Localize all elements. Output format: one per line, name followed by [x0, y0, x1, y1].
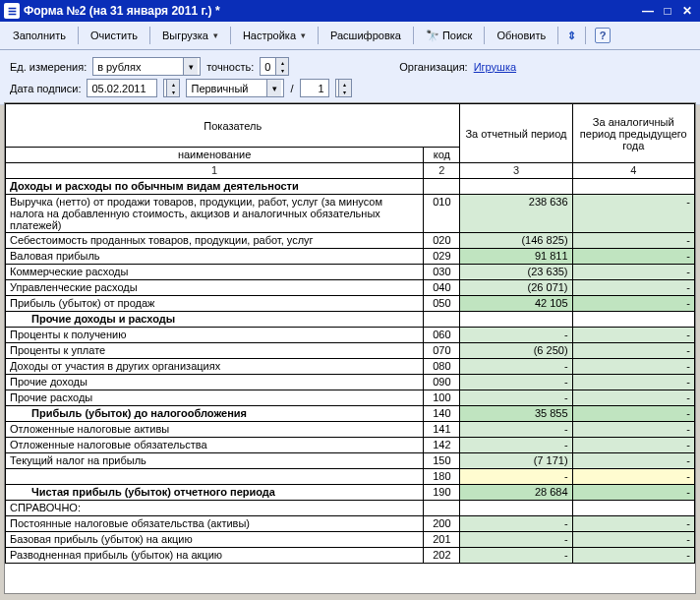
cell-value-current[interactable]: -	[460, 359, 572, 375]
precision-spinner[interactable]: 0	[260, 57, 289, 76]
cell-value-prev[interactable]: -	[572, 406, 694, 422]
cell-value-prev[interactable]: -	[572, 375, 694, 390]
table-row[interactable]: Доходы и расходы по обычным видам деятел…	[6, 179, 695, 195]
cell-value-current[interactable]: -	[460, 422, 572, 438]
cell-name: Доходы от участия в других организациях	[6, 359, 424, 375]
cell-value-prev[interactable]: -	[572, 265, 694, 280]
cell-value-prev[interactable]: -	[572, 195, 694, 233]
cell-value-current[interactable]: -	[460, 469, 572, 485]
table-row[interactable]: Выручка (нетто) от продажи товаров, прод…	[6, 195, 695, 233]
cell-value-prev[interactable]: -	[572, 359, 694, 375]
clear-button[interactable]: Очистить	[84, 27, 145, 44]
fill-button[interactable]: Заполнить	[6, 27, 73, 44]
cell-value-prev[interactable]: -	[572, 532, 694, 548]
cell-value-prev[interactable]: -	[572, 280, 694, 296]
cell-value-current[interactable]: -	[460, 438, 572, 453]
settings-menu[interactable]: Настройка	[236, 27, 313, 44]
seq-spinner[interactable]	[335, 79, 352, 97]
cell-value-current[interactable]	[460, 179, 572, 195]
cell-value-prev[interactable]: -	[572, 548, 694, 564]
table-row[interactable]: Прибыль (убыток) от продаж05042 105-	[6, 296, 695, 312]
table-row[interactable]: Прочие доходы и расходы	[6, 312, 695, 328]
window-title: Форма №2 (на 31 января 2011 г.) *	[24, 4, 639, 18]
sign-date-spinner[interactable]	[163, 79, 180, 97]
hdr-period: За отчетный период	[460, 104, 572, 163]
cell-value-current[interactable]: (6 250)	[460, 343, 572, 359]
cell-code: 200	[424, 516, 460, 532]
cell-value-current[interactable]: (146 825)	[460, 233, 572, 249]
table-row[interactable]: Отложенные налоговые активы141--	[6, 422, 695, 438]
cell-value-prev[interactable]	[572, 179, 694, 195]
refresh-button[interactable]: Обновить	[490, 27, 553, 44]
table-row[interactable]: Прочие доходы090--	[6, 375, 695, 390]
expand-collapse-button[interactable]: ⇕	[563, 27, 580, 45]
table-row[interactable]: Коммерческие расходы030(23 635)-	[6, 265, 695, 280]
unit-combo[interactable]: в рублях	[92, 57, 201, 76]
cell-value-current[interactable]: 238 636	[460, 195, 572, 233]
minimize-button[interactable]: —	[639, 3, 657, 19]
cell-name: Управленческие расходы	[6, 280, 424, 296]
help-button[interactable]: ?	[591, 25, 614, 46]
cell-value-prev[interactable]: -	[572, 296, 694, 312]
cell-value-prev[interactable]: -	[572, 390, 694, 406]
org-link[interactable]: Игрушка	[474, 61, 516, 73]
cell-value-current[interactable]: (7 171)	[460, 453, 572, 469]
table-row[interactable]: Разводненная прибыль (убыток) на акцию20…	[6, 548, 695, 564]
cell-value-prev[interactable]: -	[572, 343, 694, 359]
cell-value-current[interactable]: -	[460, 548, 572, 564]
table-row[interactable]: Текущий налог на прибыль150(7 171)-	[6, 453, 695, 469]
cell-value-prev[interactable]	[572, 501, 694, 516]
export-menu[interactable]: Выгрузка	[155, 27, 225, 44]
seq-input[interactable]: 1	[300, 79, 329, 97]
cell-value-current[interactable]: (23 635)	[460, 265, 572, 280]
table-row[interactable]: Управленческие расходы040(26 071)-	[6, 280, 695, 296]
search-button[interactable]: 🔭Поиск	[419, 27, 479, 45]
cell-value-current[interactable]	[460, 501, 572, 516]
cell-value-current[interactable]: 35 855	[460, 406, 572, 422]
cell-value-prev[interactable]: -	[572, 453, 694, 469]
decode-button[interactable]: Расшифровка	[323, 27, 408, 44]
table-row[interactable]: Валовая прибыль02991 811-	[6, 249, 695, 265]
kind-combo[interactable]: Первичный	[186, 79, 284, 97]
cell-value-current[interactable]: 28 684	[460, 485, 572, 501]
table-row[interactable]: Постоянные налоговые обязательства (акти…	[6, 516, 695, 532]
cell-value-prev[interactable]	[572, 312, 694, 328]
table-row[interactable]: Отложенные налоговые обязательства142--	[6, 438, 695, 453]
hdr-name: наименование	[6, 148, 424, 163]
table-row[interactable]: Проценты к получению060--	[6, 328, 695, 343]
cell-value-prev[interactable]: -	[572, 249, 694, 265]
table-row[interactable]: Прочие расходы100--	[6, 390, 695, 406]
table-row[interactable]: 180--	[6, 469, 695, 485]
table-row[interactable]: СПРАВОЧНО:	[6, 501, 695, 516]
cell-value-current[interactable]: (26 071)	[460, 280, 572, 296]
cell-value-prev[interactable]: -	[572, 438, 694, 453]
cell-value-prev[interactable]: -	[572, 469, 694, 485]
cell-value-prev[interactable]: -	[572, 233, 694, 249]
cell-value-prev[interactable]: -	[572, 485, 694, 501]
cell-value-current[interactable]: 91 811	[460, 249, 572, 265]
titlebar: ☰ Форма №2 (на 31 января 2011 г.) * — □ …	[0, 0, 700, 22]
maximize-button[interactable]: □	[659, 3, 676, 19]
cell-value-prev[interactable]: -	[572, 422, 694, 438]
cell-value-current[interactable]: -	[460, 390, 572, 406]
cell-value-current[interactable]	[460, 312, 572, 328]
cell-value-current[interactable]: -	[460, 516, 572, 532]
cell-value-current[interactable]: -	[460, 328, 572, 343]
table-row[interactable]: Проценты к уплате070(6 250)-	[6, 343, 695, 359]
table-row[interactable]: Доходы от участия в других организациях0…	[6, 359, 695, 375]
cell-name: Прибыль (убыток) до налогообложения	[6, 406, 424, 422]
cell-value-current[interactable]: -	[460, 532, 572, 548]
cell-code	[424, 501, 460, 516]
table-row[interactable]: Чистая прибыль (убыток) отчетного период…	[6, 485, 695, 501]
cell-name: СПРАВОЧНО:	[6, 501, 424, 516]
table-row[interactable]: Прибыль (убыток) до налогообложения14035…	[6, 406, 695, 422]
table-row[interactable]: Базовая прибыль (убыток) на акцию201--	[6, 532, 695, 548]
cell-value-prev[interactable]: -	[572, 516, 694, 532]
cell-value-current[interactable]: -	[460, 375, 572, 390]
table-row[interactable]: Себестоимость проданных товаров, продукц…	[6, 233, 695, 249]
close-button[interactable]: ✕	[678, 3, 696, 19]
cell-value-current[interactable]: 42 105	[460, 296, 572, 312]
cell-value-prev[interactable]: -	[572, 328, 694, 343]
report-grid[interactable]: Показатель За отчетный период За аналоги…	[4, 102, 696, 594]
sign-date-input[interactable]: 05.02.2011	[87, 79, 157, 97]
